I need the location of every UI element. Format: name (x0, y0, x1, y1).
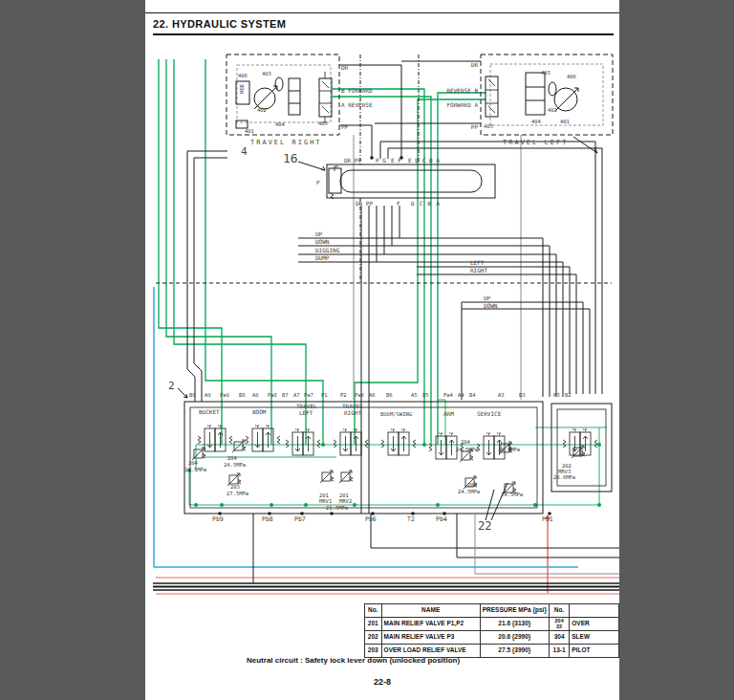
pressure-label: MRV1 (319, 498, 332, 504)
pressure-label: 24.5MPa (184, 467, 206, 472)
diagram-lines (153, 55, 619, 594)
section-label: LEFT (299, 409, 313, 416)
cv-port-label: A7 (293, 392, 300, 398)
green-junction-dots (187, 443, 601, 507)
part-number: 405 (318, 120, 328, 126)
section-label: TRAVEL (296, 403, 317, 409)
part-number: 404 (531, 119, 542, 124)
cv-port-label: Pa8 (268, 392, 277, 398)
pressure-label: 27.5MPa (227, 491, 248, 496)
pressure-label: MRV2 (339, 498, 352, 504)
part-number: 401 (245, 128, 254, 134)
cv-bottom-port: Pb1 (542, 515, 553, 523)
ref-2: 2 (168, 380, 175, 392)
cv-port-label: B7 (282, 392, 289, 398)
pilot-bottom-ports: D C B A (411, 200, 440, 207)
part-number: 403 (541, 70, 550, 76)
hydraulic-circuit-diagram: TRAVEL RIGHT 4 RED 406 403 402 401 404 4… (0, 0, 734, 700)
cv-port-label: Pa9 (220, 392, 229, 398)
pressure-label: 24.5MPa (224, 462, 246, 468)
port-label: FORWARD A (446, 101, 478, 108)
section-label: TRAVEL (342, 403, 363, 409)
part-number: 402 (548, 107, 557, 113)
ref-16: 16 (283, 151, 298, 165)
cv-port-label: B3 (519, 392, 526, 398)
cv-port-label: A6 (369, 392, 376, 398)
cv-bottom-port: Pb8 (262, 515, 273, 523)
pressure-label: 204 (467, 482, 478, 488)
ref-4: 4 (241, 145, 248, 158)
pilot-top-ports: E D C B A (408, 157, 440, 164)
pilot-top-ports: P G (376, 157, 386, 164)
pressure-label: 20.6MPa (553, 474, 575, 480)
cv-port-label: A4 (458, 392, 464, 398)
part-number: 401 (560, 119, 570, 124)
port-label: REVERSE B (446, 87, 478, 94)
section-label: BOOM/SWING (380, 411, 412, 417)
line-label-digging: DIGGING (315, 247, 340, 253)
cv-port-label: A9 (205, 392, 211, 398)
port-label: B FORWARD (341, 87, 373, 94)
pressure-label: 204 (188, 460, 199, 466)
part-number: 402 (257, 107, 267, 113)
control-valve-block (178, 388, 619, 583)
port-label: DR (471, 61, 479, 68)
part-number: 405 (484, 123, 493, 129)
pilot-bottom-ports: F (397, 200, 400, 207)
port-label: P (316, 179, 320, 186)
part-number: 404 (275, 121, 286, 127)
cv-port-label: A8 (252, 392, 259, 398)
pdf-viewer-canvas: { "pg": { "header": "22. HYDRAULIC SYSTE… (0, 0, 734, 700)
cv-port-label: Pa6 (355, 392, 364, 398)
cv-port-label: P2 (340, 392, 347, 398)
cv-port-label: A5 (411, 392, 418, 398)
line-label-up: UP (315, 230, 323, 237)
port-label: DR (341, 64, 349, 71)
line-label-down: DOWN (484, 302, 498, 309)
pressure-label: 24.5MPa (458, 489, 480, 494)
pilot-top-ports: DR PP (344, 157, 361, 164)
pressure-label: 204 (227, 455, 238, 461)
function-rails (298, 142, 602, 400)
cv-bottom-port: Pb9 (212, 515, 224, 523)
line-label-left: LEFT (470, 259, 485, 266)
cv-port-label: Pa7 (304, 392, 313, 398)
cv-port-label: B2 (565, 392, 572, 398)
cv-port-label: Pa4 (443, 392, 454, 398)
cv-bottom-port: Pb6 (365, 515, 377, 523)
part-number: 406 (238, 73, 248, 78)
cv-port-label: A3 (498, 392, 505, 398)
line-label-dump: DUMP (315, 254, 330, 261)
pressure-label: 24.5MPa (456, 447, 478, 452)
cv-port-label: B4 (469, 392, 476, 398)
port-label: PP (471, 123, 479, 130)
ref-22: 22 (478, 519, 491, 533)
section-label: BOOM (252, 408, 267, 415)
section-label: RIGHT (344, 409, 361, 416)
line-label-up: UP (484, 295, 491, 301)
pressure-label: 21.5MPa (326, 505, 348, 511)
pilot-bottom-ports: DR PP (356, 200, 373, 207)
part-number: 403 (262, 71, 271, 77)
cv-port-label: B5 (422, 392, 429, 398)
section-label: BUCKET (199, 408, 220, 415)
port-label: A REVERSE (341, 101, 373, 108)
travel-right-title: TRAVEL RIGHT (250, 139, 322, 146)
cv-port-label: P3 (553, 392, 560, 398)
cyan-line (154, 287, 578, 567)
pilot-top-ports: E F (391, 157, 401, 164)
cv-bottom-port: T2 (407, 515, 415, 523)
cv-port-label: B8 (239, 392, 246, 398)
travel-left-title: TRAVEL LEFT (503, 139, 568, 146)
pilot-manifold-block (298, 162, 495, 199)
pressure-label: 24.5MPa (498, 447, 520, 452)
cv-port-label: B6 (386, 392, 393, 398)
pressure-label: 24.5MPa (501, 492, 523, 497)
cv-port-label: B9 (189, 392, 196, 398)
line-label-right: RIGHT (470, 267, 487, 273)
pressure-label: 204 (461, 439, 471, 445)
cv-port-label: P1 (321, 392, 328, 398)
section-label: SERVICE (477, 410, 502, 417)
pressure-label: 203 (230, 484, 240, 490)
port-label: PP (341, 123, 349, 130)
